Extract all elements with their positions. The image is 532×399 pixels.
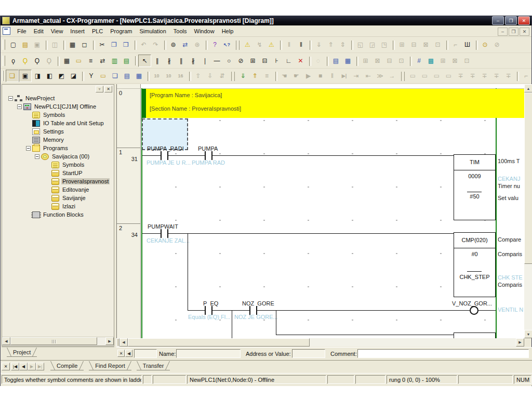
calendar-view-icon[interactable]: ▦ — [342, 55, 354, 66]
fast-forward-icon[interactable]: ≫ — [374, 70, 386, 82]
scroll-thumb[interactable] — [524, 92, 532, 264]
help-icon[interactable]: ? — [209, 39, 221, 50]
tab-project[interactable]: Project — [7, 348, 37, 357]
run-to-icon[interactable]: ▶| — [338, 70, 350, 82]
tree-item-savijacica[interactable]: Savijacica (00) — [2, 152, 114, 161]
transfer-to-plc-icon[interactable]: ⇓ — [313, 39, 325, 50]
menu-help[interactable]: Help — [218, 26, 237, 36]
name-input[interactable] — [176, 349, 241, 358]
watch-window-icon[interactable]: ◧ — [44, 70, 56, 82]
panel-header[interactable]: ▾ ✕ — [2, 85, 114, 94]
tree-item-settings[interactable]: Settings — [2, 127, 114, 136]
go-jump-icon[interactable]: ⇵ — [216, 70, 228, 82]
or-contact-tool-icon[interactable]: ∥ — [175, 55, 187, 66]
mdi-close-button[interactable]: ✕ — [520, 28, 529, 36]
tab-find-report[interactable]: Find Report — [89, 361, 131, 370]
grid-icon[interactable]: ▦ — [61, 55, 73, 66]
rung-comment-block[interactable]: [Program Name : Savijacica] [Section Nam… — [142, 89, 525, 118]
transfer-from-plc-icon[interactable]: ⇑ — [325, 39, 337, 50]
tree-item-startup[interactable]: StartUP — [2, 169, 114, 177]
scroll-thumb[interactable] — [10, 337, 97, 345]
rung-list-icon[interactable]: ≡ — [85, 55, 97, 66]
tree-expander-icon[interactable] — [8, 96, 13, 101]
signed-decimal-icon[interactable]: 10 — [163, 70, 175, 82]
trace-1-icon[interactable]: ∓ — [455, 70, 467, 82]
instruction-tool-icon[interactable]: ⊞ — [247, 55, 259, 66]
coil-tool-icon[interactable]: ○ — [223, 55, 235, 66]
undo-icon[interactable]: ↶ — [138, 39, 150, 50]
or-closed-contact-tool-icon[interactable]: ∦ — [187, 55, 199, 66]
tree-item-savijanje[interactable]: Savijanje — [2, 194, 114, 202]
output-last-tab-icon[interactable]: ▶| — [36, 363, 44, 370]
set-value-icon[interactable]: ⊡ — [432, 39, 444, 50]
fb-define-icon[interactable]: ◌ — [312, 55, 324, 66]
tree-item-programs[interactable]: Programs — [2, 144, 114, 152]
to-end-icon[interactable]: → — [386, 70, 398, 82]
paste-icon[interactable]: ❒ — [120, 39, 132, 50]
force-cancel-icon[interactable]: ⊠ — [420, 39, 432, 50]
monitor-1-icon[interactable]: ◱ — [354, 39, 366, 50]
transfer-download-icon[interactable]: ⇓ — [237, 70, 249, 82]
decimal-icon[interactable]: 10 — [151, 70, 163, 82]
tree-expander-icon[interactable] — [17, 104, 22, 109]
zoom-100-icon[interactable]: Ϙ — [43, 55, 55, 66]
edit-2-icon[interactable]: ⊠ — [371, 55, 383, 66]
toggle-project-window-icon[interactable]: ❏ — [6, 70, 19, 82]
output-prev-tab-icon[interactable]: ◀ — [19, 363, 28, 370]
replace-icon[interactable]: ⇄ — [179, 39, 191, 50]
menu-simulation[interactable]: Simulation — [136, 26, 169, 36]
horizontal-line-tool-icon[interactable]: — — [211, 55, 223, 66]
new-file-icon[interactable]: ▢ — [7, 39, 19, 50]
local-symbols-window-icon[interactable]: ◨ — [32, 70, 44, 82]
pause-icon[interactable]: ‖ — [295, 39, 307, 50]
force-reset-icon[interactable]: ⊟ — [408, 39, 420, 50]
menu-file[interactable]: File — [14, 26, 30, 36]
output-close-icon[interactable]: ✕ — [2, 363, 10, 370]
output-first-tab-icon[interactable]: |◀ — [11, 363, 19, 370]
section-list-icon[interactable]: ▤ — [121, 70, 133, 82]
scroll-left-icon[interactable]: ◀ — [2, 337, 10, 345]
go-previous-icon[interactable]: ⇧ — [192, 70, 204, 82]
edit-3-icon[interactable]: ⊟ — [383, 55, 395, 66]
pan-right-icon[interactable]: ☛ — [290, 70, 302, 82]
program-check-icon[interactable]: ⚠ — [265, 39, 277, 50]
transfer-upload-icon[interactable]: ⇑ — [249, 70, 261, 82]
scroll-down-icon[interactable]: ▼ — [524, 330, 532, 338]
time-chart-icon[interactable]: Ш — [461, 39, 473, 50]
properties-icon[interactable]: ◪ — [68, 70, 79, 82]
set-password-icon[interactable]: ⊙ — [479, 39, 491, 50]
close-button[interactable]: ✕ — [518, 16, 530, 25]
tree-item-izlazi[interactable]: Izlazi — [2, 202, 114, 210]
title-bar[interactable]: Armamet_actual - CX-Programmer - [NewPLC… — [1, 16, 531, 25]
compare-plc-icon[interactable]: ⇕ — [337, 39, 349, 50]
ladder-editor[interactable]: 0 1 31 2 34 [Program Name : Savijacica] … — [116, 84, 525, 338]
monitor-2-icon[interactable]: ◲ — [366, 39, 378, 50]
minimize-button[interactable]: – — [492, 16, 504, 25]
stop-icon[interactable]: ■ — [314, 70, 326, 82]
io-comment-icon[interactable]: ❏ — [109, 70, 121, 82]
inverse-instruction-tool-icon[interactable]: ⊟ — [259, 55, 271, 66]
ladder-vertical-scrollbar[interactable]: ▲ ▼ — [524, 84, 532, 338]
differential-monitor-icon[interactable]: ⌐ — [449, 39, 461, 50]
instruction-box-cmp[interactable]: CMP(020) #0 CHK_STEP — [454, 232, 496, 297]
monitor-c-icon[interactable]: ▭ — [431, 70, 443, 82]
tree-item-editovanje[interactable]: Editovanje — [2, 185, 114, 194]
view-1-icon[interactable]: ⊞ — [437, 55, 449, 66]
browser-icon[interactable]: ▩ — [425, 55, 437, 66]
symbol-index-field[interactable] — [134, 349, 157, 358]
transfer-verify-icon[interactable]: ≡ — [261, 70, 273, 82]
find-icon[interactable]: ⊚ — [167, 39, 179, 50]
contact-pumpwait[interactable] — [161, 229, 168, 238]
hex-view-icon[interactable]: ▦ — [133, 70, 145, 82]
menu-edit[interactable]: Edit — [30, 26, 47, 36]
rung-wrap-icon[interactable]: # — [413, 55, 425, 66]
mdi-document-icon[interactable] — [3, 27, 10, 35]
hex-icon[interactable]: 16 — [175, 70, 187, 82]
print-icon[interactable]: ▦ — [66, 39, 78, 50]
menu-view[interactable]: View — [47, 26, 67, 36]
scroll-right-icon[interactable]: ▶ — [105, 337, 114, 345]
toggle-diagram-window-icon[interactable]: ▣ — [19, 70, 32, 82]
edit-1-icon[interactable]: ⊞ — [360, 55, 371, 66]
zoom-out-icon[interactable]: ϙ — [7, 55, 19, 66]
contact-pumpa[interactable] — [205, 151, 212, 160]
